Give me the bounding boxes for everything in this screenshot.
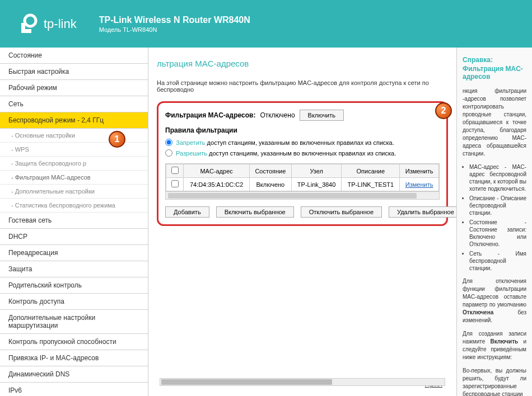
tplink-logo-icon [17,13,39,35]
sidebar-item[interactable]: Быстрая настройка [0,64,148,80]
col-desc: Описание [342,164,400,178]
sidebar-subitem[interactable]: - Фильтрация MAC-адресов [0,171,148,185]
cell-desc: TP-LINK_TEST1 [342,178,400,191]
product-title: TP-Link Wireless N Router WR840N [99,15,250,25]
sidebar-item[interactable]: Гостевая сеть [0,213,148,229]
help-p3: Для создания записи нажмите Включить и с… [463,330,526,361]
sidebar-item[interactable]: Родительский контроль [0,277,148,294]
sidebar-item[interactable]: IPv6 [0,383,148,396]
annotation-badge-1: 1 [109,131,125,148]
rules-title: Правила фильтрации [165,126,440,134]
cell-host: TP-Link_3840 [291,178,341,191]
cell-state: Включено [249,178,291,191]
radio-allow[interactable] [165,149,172,157]
product-model: Модель TL-WR840N [99,26,250,33]
sidebar-item[interactable]: Дополнительные настройки маршрутизации [0,310,148,334]
table-header-row: MAC-адрес Состояние Узел Описание Измени… [166,164,439,178]
sidebar-item[interactable]: Защита [0,261,148,277]
mac-table: MAC-адрес Состояние Узел Описание Измени… [166,164,439,191]
help-bullet: Сеть - Имя беспроводной станции. [469,250,526,272]
mac-table-wrap: MAC-адрес Состояние Узел Описание Измени… [165,163,440,200]
header: tp-link TP-Link Wireless N Router WR840N… [0,0,532,48]
sidebar-subitem[interactable]: - WPS [0,143,148,157]
disable-selected-button[interactable]: Отключить выбранное [301,206,382,218]
radio-allow-label: Разрешить доступ станциям, указанным во … [176,150,396,157]
add-button[interactable]: Добавить [165,206,209,218]
col-mac: MAC-адрес [184,164,249,178]
sidebar-item[interactable]: Переадресация [0,245,148,261]
svg-point-0 [25,15,36,26]
help-panel: Справка: Фильтрация MAC-адресов нкция фи… [456,48,532,396]
cell-mac: 74:D4:35:A1:0C:C2 [184,178,249,191]
help-title: Справка: [463,56,526,64]
delete-selected-button[interactable]: Удалить выбранное [389,206,456,218]
help-p4: Во-первых, вы должны решить, будут ли за… [463,367,526,396]
col-edit: Изменить [400,164,439,178]
select-all-checkbox[interactable] [171,167,179,174]
sidebar-item[interactable]: Состояние [0,48,148,64]
sidebar-subitem[interactable]: - Статистика беспроводного режима [0,199,148,213]
sidebar-item[interactable]: Контроль пропускной способности [0,334,148,350]
content-area: льтрация MAC-адресов На этой странице мо… [148,48,456,396]
page-title: льтрация MAC-адресов [157,59,448,68]
svg-rect-2 [21,29,31,33]
col-state: Состояние [249,164,291,178]
brand-text: tp-link [44,17,77,31]
sidebar-item[interactable]: Привязка IP- и MAC-адресов [0,350,148,366]
help-bullet: Состояние - Состояние записи: Включено и… [469,219,526,248]
enable-button[interactable]: Включить [300,110,344,121]
sidebar-item[interactable]: Сеть [0,96,148,112]
sidebar-subitem[interactable]: - Основные настройки [0,129,148,143]
table-scrollbar[interactable] [166,191,439,199]
brand-logo: tp-link [17,13,77,35]
sidebar: СостояниеБыстрая настройкаРабочий режимС… [0,48,148,396]
annotation-badge-2: 2 [435,102,452,119]
page-description: На этой странице можно настроить фильтра… [157,79,448,93]
help-intro: нкция фильтрации -адресов позволяет конт… [463,87,526,158]
edit-link[interactable]: Изменить [405,181,433,188]
help-p2: Для отключения функции фильтрации MAC-ад… [463,277,526,324]
enable-selected-button[interactable]: Включить выбранное [216,206,294,218]
radio-deny[interactable] [165,139,172,146]
sidebar-subitem[interactable]: - Дополнительные настройки [0,185,148,199]
row-checkbox[interactable] [171,180,179,187]
header-info: TP-Link Wireless N Router WR840N Модель … [99,15,250,33]
sidebar-subitem[interactable]: - Защита беспроводного р [0,157,148,171]
filter-status: Отключено [260,111,295,119]
sidebar-item[interactable]: Беспроводной режим - 2,4 ГГц [0,112,148,129]
content-scrollbar[interactable] [160,378,445,386]
highlight-box: Фильтрация MAC-адресов: Отключено Включи… [157,101,448,226]
radio-deny-label: Запретить доступ станциям, указанным во … [176,139,394,146]
sidebar-item[interactable]: Динамический DNS [0,366,148,383]
help-bullets: MAC-адрес - MAC-адрес беспроводной станц… [469,163,526,272]
help-bullet: Описание - Описание беспроводной станции… [469,195,526,216]
help-bullet: MAC-адрес - MAC-адрес беспроводной станц… [469,163,526,192]
sidebar-item[interactable]: Рабочий режим [0,80,148,96]
table-row: 74:D4:35:A1:0C:C2 Включено TP-Link_3840 … [166,178,439,191]
sidebar-item[interactable]: DHCP [0,229,148,245]
filter-label: Фильтрация MAC-адресов: [165,111,255,119]
col-host: Узел [291,164,341,178]
help-subtitle: Фильтрация MAC-адресов [463,65,526,81]
sidebar-item[interactable]: Контроль доступа [0,294,148,310]
